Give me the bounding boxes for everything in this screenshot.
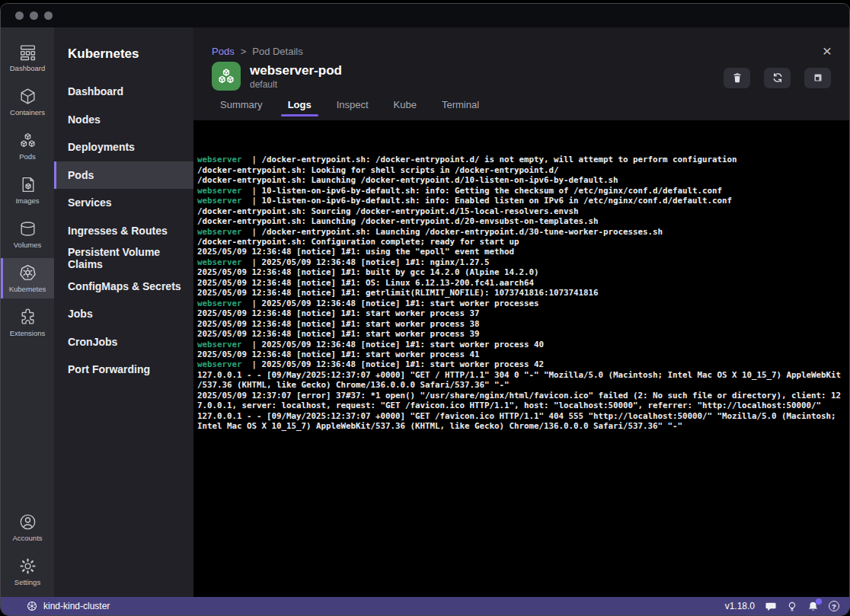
container-name-prefix: webserver <box>197 227 242 237</box>
traffic-light-zoom[interactable] <box>44 11 53 20</box>
container-name-prefix: webserver <box>197 186 242 196</box>
sidebar-item-dashboard[interactable]: Dashboard <box>54 78 193 106</box>
log-line-text: /docker-entrypoint.sh: Looking for shell… <box>197 165 559 175</box>
images-icon <box>18 175 37 194</box>
lightbulb-icon[interactable] <box>787 601 797 612</box>
kube-cluster-icon <box>27 601 37 611</box>
traffic-light-close[interactable] <box>15 11 24 20</box>
kubernetes-nav-list: Dashboard Nodes Deployments Pods Service… <box>54 78 193 384</box>
sidebar-item-label: Dashboard <box>68 85 123 97</box>
extensions-icon <box>18 308 37 327</box>
pod-namespace: default <box>250 79 342 90</box>
rail-item-dashboard[interactable]: Dashboard <box>1 37 54 78</box>
log-line-text: /docker-entrypoint.sh: /docker-entrypoin… <box>262 155 737 164</box>
settings-icon <box>18 557 37 576</box>
sidebar-item-jobs[interactable]: Jobs <box>54 300 193 328</box>
notifications-bell-icon[interactable] <box>807 601 819 612</box>
sidebar-item-configmaps-secrets[interactable]: ConfigMaps & Secrets <box>54 273 193 301</box>
log-pipe-separator: | <box>242 359 262 369</box>
open-square-icon <box>812 72 824 84</box>
sidebar-item-label: Nodes <box>68 113 101 126</box>
log-line: Intel Mac OS X 10_15_7) AppleWebKit/537.… <box>197 421 849 431</box>
dashboard-icon <box>18 43 37 62</box>
container-name-prefix: webserver <box>197 298 242 308</box>
tab-inspect[interactable]: Inspect <box>337 99 369 116</box>
breadcrumb-pods-link[interactable]: Pods <box>212 46 235 57</box>
breadcrumb: Pods > Pod Details <box>212 46 831 57</box>
log-line-text: 2025/05/09 12:36:48 [notice] 1#1: start … <box>197 349 480 359</box>
log-line-text: 2025/05/09 12:36:48 [notice] 1#1: start … <box>262 340 545 349</box>
sidebar-item-nodes[interactable]: Nodes <box>54 106 193 134</box>
rail-item-pods[interactable]: Pods <box>1 126 54 166</box>
log-output[interactable]: webserver | /docker-entrypoint.sh: /dock… <box>193 120 849 597</box>
log-line-head: webserver | <box>197 155 262 164</box>
log-line-text: 2025/05/09 12:37:07 [error] 37#37: *1 op… <box>197 391 841 401</box>
restart-pod-button[interactable] <box>764 68 791 88</box>
app-window: Dashboard Containers Pods <box>0 3 850 616</box>
log-line: 2025/05/09 12:36:48 [notice] 1#1: start … <box>197 308 849 318</box>
traffic-light-minimize[interactable] <box>30 11 38 20</box>
tab-label: Logs <box>288 99 312 110</box>
log-line-text: /docker-entrypoint.sh: Launching /docker… <box>197 175 618 185</box>
sidebar-item-port-forwarding[interactable]: Port Forwarding <box>54 356 193 384</box>
rail-item-accounts[interactable]: Accounts <box>1 507 54 547</box>
log-line: webserver | 2025/05/09 12:36:48 [notice]… <box>197 359 849 369</box>
log-line: /docker-entrypoint.sh: Looking for shell… <box>197 165 849 175</box>
rail-item-containers[interactable]: Containers <box>1 81 54 122</box>
navigation-rail: Dashboard Containers Pods <box>1 27 54 597</box>
pod-status-icon <box>212 62 241 91</box>
notification-dot <box>816 598 822 605</box>
sidebar-item-ingresses-routes[interactable]: Ingresses & Routes <box>54 217 193 245</box>
page-title: webserver-pod <box>250 63 342 78</box>
log-line-text: 10-listen-on-ipv6-by-default.sh: info: E… <box>262 196 733 206</box>
sidebar-item-services[interactable]: Services <box>54 189 193 217</box>
rail-item-extensions[interactable]: Extensions <box>1 302 54 343</box>
sidebar-item-label: Services <box>68 196 112 209</box>
log-line: webserver | 10-listen-on-ipv6-by-default… <box>197 186 849 196</box>
log-line-text: 2025/05/09 12:36:48 [notice] 1#1: getrli… <box>197 288 599 298</box>
log-line: /docker-entrypoint.sh: Launching /docker… <box>197 175 849 185</box>
sidebar-item-deployments[interactable]: Deployments <box>54 133 193 161</box>
rail-item-images[interactable]: Images <box>1 170 54 210</box>
help-icon[interactable]: ? <box>829 601 839 611</box>
log-line-text: 2025/05/09 12:36:48 [notice] 1#1: nginx/… <box>262 257 490 267</box>
log-pipe-separator: | <box>242 257 262 267</box>
rail-item-settings[interactable]: Settings <box>1 551 54 592</box>
tab-terminal[interactable]: Terminal <box>442 99 479 116</box>
rail-item-kubernetes[interactable]: Kubernetes <box>1 258 54 298</box>
rail-item-volumes[interactable]: Volumes <box>1 214 54 254</box>
close-icon[interactable]: × <box>823 43 832 59</box>
log-line-text: 2025/05/09 12:36:48 [notice] 1#1: start … <box>262 298 539 308</box>
sidebar-item-label: CronJobs <box>68 336 117 348</box>
log-line-head: webserver | <box>197 359 262 369</box>
tab-label: Kube <box>394 99 417 110</box>
log-line-text: 2025/05/09 12:36:48 [notice] 1#1: start … <box>197 308 480 318</box>
log-line: 7.0.0.1, server: localhost, request: "GE… <box>197 401 849 410</box>
log-line: 2025/05/09 12:36:48 [notice] 1#1: start … <box>197 349 849 359</box>
tab-logs[interactable]: Logs <box>288 99 312 116</box>
sidebar-item-persistent-volume-claims[interactable]: Persistent Volume Claims <box>54 244 193 273</box>
cluster-status[interactable]: kind-kind-cluster <box>27 601 110 611</box>
container-name-prefix: webserver <box>197 340 242 349</box>
log-line-head: webserver | <box>197 196 262 206</box>
log-line-text: /docker-entrypoint.sh: Sourcing /docker-… <box>197 206 579 216</box>
log-pipe-separator: | <box>242 298 262 308</box>
log-line-text: 10-listen-on-ipv6-by-default.sh: info: G… <box>262 186 723 196</box>
status-bar: kind-kind-cluster v1.18.0 <box>1 597 849 615</box>
log-line: 2025/05/09 12:36:48 [notice] 1#1: getrli… <box>197 288 849 298</box>
sidebar-item-cronjobs[interactable]: CronJobs <box>54 328 193 356</box>
sidebar-item-pods[interactable]: Pods <box>54 161 193 190</box>
sidebar-item-label: Jobs <box>68 308 93 320</box>
log-line: webserver | 2025/05/09 12:36:48 [notice]… <box>197 257 849 267</box>
accounts-icon <box>18 512 37 531</box>
feedback-icon[interactable] <box>765 601 777 612</box>
pod-actions <box>724 68 831 88</box>
log-line: 2025/05/09 12:37:07 [error] 37#37: *1 op… <box>197 391 849 401</box>
tab-kube[interactable]: Kube <box>394 99 417 116</box>
sidebar-item-label: Deployments <box>68 141 135 153</box>
more-options-button[interactable] <box>804 68 831 88</box>
log-pipe-separator: | <box>242 340 262 349</box>
tab-summary[interactable]: Summary <box>220 99 263 116</box>
log-line: 127.0.0.1 - - [09/May/2025:12:37:07 +000… <box>197 411 849 421</box>
delete-pod-button[interactable] <box>724 68 750 88</box>
